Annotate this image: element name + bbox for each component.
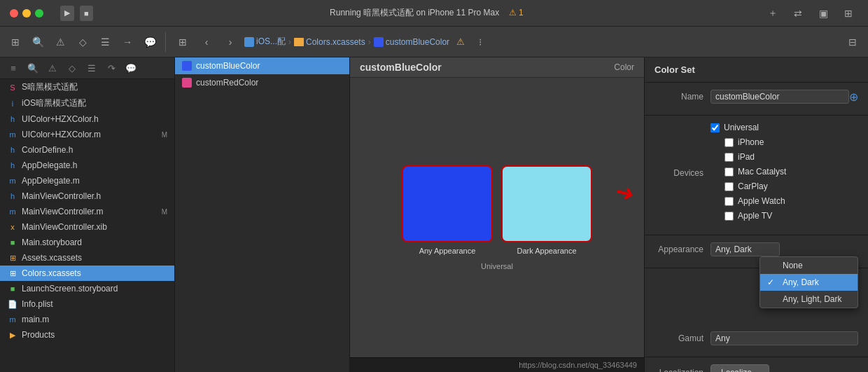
sidebar-item-6[interactable]: m AppDelegate.m xyxy=(0,173,174,188)
breadcrumb-forward-btn[interactable]: › xyxy=(220,32,240,52)
toolbar-left-group: ⊞ 🔍 ⚠ ◇ ☰ → 💬 xyxy=(6,32,166,52)
launchsb-icon: ■ xyxy=(7,283,18,294)
sidebar: ≡ 🔍 ⚠ ◇ ☰ ↷ 💬 S S暗黑模式适配 i iOS暗黑模式适配 h UI… xyxy=(0,57,175,372)
file-list-item-1[interactable]: customRedColor xyxy=(175,74,349,91)
close-button[interactable] xyxy=(10,9,18,18)
add-button[interactable]: ＋ xyxy=(763,5,783,22)
sidebar-item-12[interactable]: ⊞ Colors.xcassets xyxy=(0,266,174,281)
sidebar-msg-btn[interactable]: 💬 xyxy=(122,60,140,76)
sidebar-item-15[interactable]: m main.m xyxy=(0,312,174,327)
main-layout: ≡ 🔍 ⚠ ◇ ☰ ↷ 💬 S S暗黑模式适配 i iOS暗黑模式适配 h UI… xyxy=(0,57,868,372)
dropdown-item-any-light-dark[interactable]: Any, Light, Dark xyxy=(760,291,858,308)
titlebar-right-controls: ＋ ⇄ ▣ ⊞ xyxy=(753,5,868,22)
panel-toggle-button[interactable]: ⊞ xyxy=(839,5,858,22)
sidebar-item-2[interactable]: h UIColor+HZXColor.h xyxy=(0,111,174,127)
ipad-label: iPad xyxy=(738,152,755,162)
gamut-select[interactable]: Any sRGB Display P3 xyxy=(710,331,858,345)
ipad-checkbox[interactable] xyxy=(724,153,734,162)
editor-layout-button[interactable]: ▣ xyxy=(813,5,833,22)
ios-icon xyxy=(244,37,254,47)
sidebar-arrow-btn[interactable]: ↷ xyxy=(102,60,120,76)
breadcrumb-xcassets[interactable]: Colors.xcassets xyxy=(294,37,365,47)
mac-catalyst-checkbox[interactable] xyxy=(724,167,734,177)
comment-icon-btn[interactable]: 💬 xyxy=(140,32,160,52)
minimize-button[interactable] xyxy=(22,9,31,18)
build-run-button[interactable]: ▶ xyxy=(60,6,74,21)
color-swatches-row: Any Appearance Dark Appearance ➜ xyxy=(402,165,592,255)
m-icon-2: m xyxy=(7,175,18,186)
sidebar-warning-btn[interactable]: ⚠ xyxy=(43,60,62,76)
breadcrumb-ios[interactable]: iOS...配 xyxy=(244,36,286,48)
universal-checkbox[interactable] xyxy=(710,123,720,132)
sidebar-item-0[interactable]: S S暗黑模式适配 xyxy=(0,79,174,95)
m-badge-2: M xyxy=(162,208,167,216)
carplay-checkbox[interactable] xyxy=(724,182,734,191)
breadcrumb-back-btn[interactable]: ‹ xyxy=(197,32,216,52)
sidebar-item-4[interactable]: h ColorDefine.h xyxy=(0,142,174,158)
stop-button[interactable]: ■ xyxy=(80,6,93,21)
localization-label: Localization xyxy=(654,368,704,372)
universal-label-cb: Universal xyxy=(724,123,759,132)
filter-icon-btn[interactable]: ⊞ xyxy=(6,32,25,52)
apple-tv-checkbox[interactable] xyxy=(724,212,734,221)
inspector-header: Color Set xyxy=(645,57,868,83)
sidebar-item-5[interactable]: h AppDelegate.h xyxy=(0,158,174,173)
appearance-select[interactable]: None Any, Dark Any, Light, Dark xyxy=(710,242,780,256)
localize-button[interactable]: Localize... xyxy=(710,364,769,372)
file-list-item-0[interactable]: customBlueColor xyxy=(175,57,349,74)
diamond-icon-btn[interactable]: ◇ xyxy=(73,32,92,52)
sidebar-item-8[interactable]: m MainViewController.m M xyxy=(0,204,174,219)
carplay-label: CarPlay xyxy=(738,181,768,191)
back-forward-button[interactable]: ⇄ xyxy=(788,5,808,22)
dropdown-item-any-dark[interactable]: ✓ Any, Dark xyxy=(760,274,858,291)
list-icon-btn[interactable]: ☰ xyxy=(95,32,115,52)
iphone-checkbox[interactable] xyxy=(724,138,734,147)
sidebar-list-btn[interactable]: ☰ xyxy=(83,60,101,76)
sidebar-filter-btn[interactable]: ≡ xyxy=(4,60,22,76)
name-input[interactable] xyxy=(710,90,849,104)
localization-row: Localization Localize... xyxy=(654,364,858,372)
swatch-item-any: Any Appearance xyxy=(402,165,493,255)
plist-icon: 📄 xyxy=(7,298,18,310)
universal-label: Universal xyxy=(481,262,513,270)
sidebar-item-13[interactable]: ■ LaunchScreen.storyboard xyxy=(0,281,174,296)
grid-view-btn[interactable]: ⊞ xyxy=(173,32,192,52)
sidebar-diamond-btn[interactable]: ◇ xyxy=(63,60,81,76)
apple-watch-checkbox[interactable] xyxy=(724,197,734,206)
fullscreen-button[interactable] xyxy=(35,9,43,18)
ios-icon: i xyxy=(7,98,18,109)
breadcrumb-action-btn[interactable]: ⁝ xyxy=(470,32,490,52)
warning-icon-btn[interactable]: ⚠ xyxy=(50,32,70,52)
sidebar-item-7[interactable]: h MainViewController.h xyxy=(0,188,174,204)
inspector-devices-section: Devices Universal iPhone iPad xyxy=(645,116,868,235)
dropdown-item-none[interactable]: None xyxy=(760,257,858,274)
sidebar-item-products[interactable]: ▶ Products xyxy=(0,327,174,343)
breadcrumb-sep-1: › xyxy=(288,37,291,47)
apple-tv-label: Apple TV xyxy=(738,211,772,221)
sidebar-item-11[interactable]: ⊞ Assets.xcassets xyxy=(0,250,174,266)
sidebar-item-3[interactable]: m UIColor+HZXColor.m M xyxy=(0,127,174,142)
products-folder-icon: ▶ xyxy=(7,329,18,340)
content-body: Any Appearance Dark Appearance ➜ Univers… xyxy=(350,78,644,357)
swatch-item-dark: Dark Appearance xyxy=(501,165,592,255)
sidebar-item-9[interactable]: x MainViewController.xib xyxy=(0,219,174,235)
inspector-gamut-section: Gamut Any sRGB Display P3 xyxy=(645,324,868,357)
search-icon-btn[interactable]: 🔍 xyxy=(28,32,48,52)
sidebar-item-10[interactable]: ■ Main.storyboard xyxy=(0,235,174,250)
arrow-icon-btn[interactable]: → xyxy=(118,32,137,52)
m-icon: m xyxy=(7,129,18,140)
gamut-label: Gamut xyxy=(654,333,704,343)
name-add-btn[interactable]: ⊕ xyxy=(849,90,858,104)
sidebar-item-14[interactable]: 📄 Info.plist xyxy=(0,296,174,312)
sidebar-search-btn[interactable]: 🔍 xyxy=(24,60,42,76)
breadcrumb-color[interactable]: customBlueColor xyxy=(374,37,449,47)
inspector-appearance-section: Appearance None Any, Dark Any, Light, Da… xyxy=(645,235,868,268)
warning-count: ⚠ 1 xyxy=(509,8,524,18)
sidebar-item-1[interactable]: i iOS暗黑模式适配 xyxy=(0,95,174,111)
blue-color-swatch xyxy=(182,61,192,71)
assets-icon: ⊞ xyxy=(7,252,18,263)
iphone-label: iPhone xyxy=(738,137,764,147)
inspector-toggle-btn[interactable]: ⊟ xyxy=(843,32,862,52)
colorset-icon xyxy=(374,37,384,47)
appearance-row: Appearance None Any, Dark Any, Light, Da… xyxy=(654,242,858,256)
